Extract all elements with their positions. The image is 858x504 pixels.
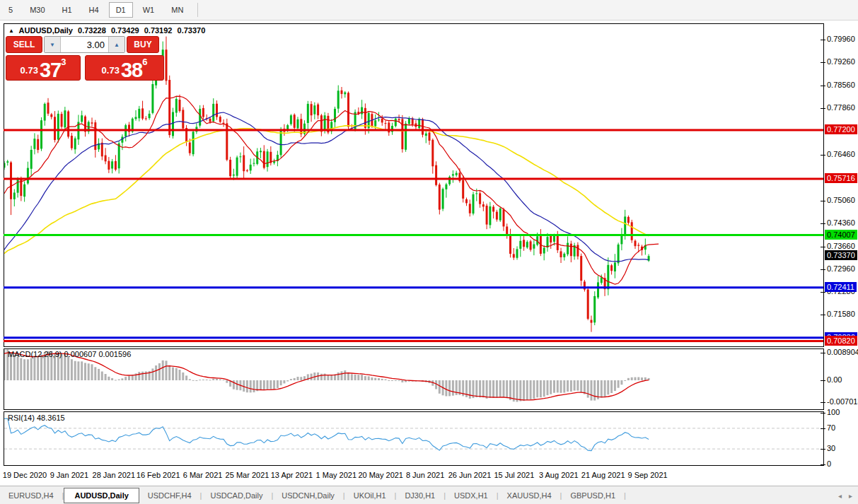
ohlc-high: 0.73429 <box>111 26 139 35</box>
tab-scroll-buttons: ◂ ▸ <box>838 492 852 500</box>
volume-decrease-button[interactable]: ▼ <box>45 37 61 52</box>
tab-usdchf-h4[interactable]: USDCHF,H4 <box>139 488 200 503</box>
toolbar-separator <box>197 3 198 17</box>
rsi-value: 48.3615 <box>37 414 65 422</box>
date-axis-label: 25 Mar 2021 <box>226 471 269 479</box>
tab-xauusd-h4[interactable]: XAUUSD,H4 <box>499 488 560 503</box>
chart-tab-bar: EURUSD,H4| AUDUSD,Daily USDCHF,H4| USDCA… <box>0 486 858 504</box>
axis-tick-label: 0.76460 <box>827 150 855 158</box>
chart-title: ▲ AUDUSD,Daily 0.73228 0.73429 0.73192 0… <box>8 26 208 35</box>
axis-tick-label: 30 <box>827 444 835 452</box>
axis-tick-label: 0.78560 <box>827 81 855 89</box>
axis-tick-label: 0.79260 <box>827 57 855 66</box>
hline-price-label: 0.77200 <box>825 124 857 134</box>
axis-tick-label: 0.75060 <box>827 196 855 204</box>
date-axis-label: 3 Aug 2021 <box>539 471 579 479</box>
chart-symbol: AUDUSD,Daily <box>19 26 73 35</box>
axis-tick-dash <box>821 201 825 201</box>
tab-eurusd-h4[interactable]: EURUSD,H4 <box>0 488 62 503</box>
timeframe-button-h1[interactable]: H1 <box>55 2 79 18</box>
sell-price-display[interactable]: 0.73 37 3 <box>6 55 81 81</box>
price-axis: 0.799600.792600.785600.778600.764600.750… <box>821 23 858 469</box>
macd-main-value: 0.000607 <box>64 350 96 358</box>
axis-tick-dash <box>821 269 825 270</box>
hline-price-label: 0.72411 <box>825 282 857 292</box>
volume-input[interactable]: 3.00 <box>61 37 108 52</box>
tab-scroll-right-icon[interactable]: ▸ <box>849 492 852 500</box>
volume-increase-button[interactable]: ▲ <box>108 37 124 52</box>
buy-price-pips: 38 <box>121 61 142 79</box>
axis-tick-dash <box>821 380 825 381</box>
tab-usdcad-daily[interactable]: USDCAD,Daily <box>202 488 271 503</box>
rsi-indicator-pane[interactable] <box>4 411 824 466</box>
hline-price-label: 0.70820 <box>825 336 857 346</box>
collapse-triangle-icon[interactable]: ▲ <box>8 28 14 34</box>
hline-price-label: 0.74007 <box>825 230 857 240</box>
timeframe-button-m30[interactable]: M30 <box>23 2 52 18</box>
buy-price-pipette: 6 <box>142 58 147 66</box>
date-axis: 19 Dec 20209 Jan 202128 Jan 202116 Feb 2… <box>0 466 858 486</box>
rsi-name: RSI(14) <box>8 414 35 422</box>
date-axis-label: 1 May 2021 <box>316 471 356 479</box>
sell-price-big-figure: 0.73 <box>21 62 38 79</box>
axis-tick-dash <box>821 155 825 156</box>
volume-stepper: ▼ 3.00 ▲ <box>44 36 125 53</box>
axis-tick-dash <box>821 353 825 353</box>
axis-tick-dash <box>821 315 825 315</box>
rsi-label: RSI(14) 48.3615 <box>8 414 65 422</box>
axis-tick-dash <box>821 464 825 465</box>
axis-tick-label: 0.72960 <box>827 264 855 273</box>
date-axis-label: 6 Mar 2021 <box>183 471 223 479</box>
sell-button[interactable]: SELL <box>6 36 42 53</box>
axis-tick-label: 70 <box>827 423 835 432</box>
hline-price-label: 0.75716 <box>825 173 857 183</box>
axis-tick-label: -0.007013 <box>827 397 858 406</box>
date-axis-label: 16 Feb 2021 <box>137 471 180 479</box>
axis-tick-dash <box>821 402 825 403</box>
date-axis-label: 20 May 2021 <box>358 471 403 479</box>
timeframe-button-mn[interactable]: MN <box>164 2 190 18</box>
date-axis-label: 9 Jan 2021 <box>50 471 88 479</box>
buy-price-big-figure: 0.73 <box>102 62 120 79</box>
current-price-label: 0.73370 <box>825 250 857 260</box>
tab-dj30-h1[interactable]: DJ30,H1 <box>396 488 444 503</box>
date-axis-label: 15 Jul 2021 <box>494 471 534 479</box>
timeframe-button-h4[interactable]: H4 <box>82 2 106 18</box>
date-axis-label: 26 Jun 2021 <box>448 471 492 479</box>
axis-tick-label: 0.00 <box>827 375 842 384</box>
axis-tick-dash <box>821 223 825 224</box>
tab-usdx-h1[interactable]: USDX,H1 <box>446 488 497 503</box>
ohlc-low: 0.73192 <box>144 26 173 35</box>
macd-name: MACD(12,26,9) <box>8 350 62 358</box>
timeframe-button-m5[interactable]: 5 <box>1 2 20 18</box>
axis-tick-label: 0 <box>827 459 831 468</box>
date-axis-label: 21 Aug 2021 <box>581 471 625 479</box>
axis-tick-label: 0.79960 <box>827 35 855 43</box>
tab-scroll-left-icon[interactable]: ◂ <box>838 492 842 500</box>
timeframe-button-d1[interactable]: D1 <box>109 2 133 18</box>
axis-tick-dash <box>821 40 825 40</box>
tab-usdcnh-daily[interactable]: USDCNH,Daily <box>273 488 343 503</box>
ohlc-open: 0.73228 <box>78 26 106 35</box>
axis-tick-label: 100 <box>827 408 840 416</box>
tab-ukoil-h1[interactable]: UKOil,H1 <box>345 488 395 503</box>
macd-signal-value: 0.001596 <box>98 350 131 358</box>
date-axis-label: 28 Jan 2021 <box>93 471 136 479</box>
timeframe-button-w1[interactable]: W1 <box>136 2 162 18</box>
tab-audusd-daily[interactable]: AUDUSD,Daily <box>64 488 139 503</box>
date-axis-label: 9 Sep 2021 <box>627 471 667 479</box>
tab-gbpusd-h1[interactable]: GBPUSD,H1 <box>562 488 624 503</box>
ohlc-close: 0.73370 <box>178 26 206 35</box>
axis-tick-dash <box>821 247 825 247</box>
sell-price-pips: 37 <box>40 61 61 79</box>
one-click-trading-panel: SELL ▼ 3.00 ▲ BUY 0.73 37 3 0.73 38 6 <box>6 36 164 81</box>
date-axis-label: 13 Apr 2021 <box>271 471 313 479</box>
buy-button[interactable]: BUY <box>127 36 159 53</box>
timeframe-toolbar: 5 M30 H1 H4 D1 W1 MN <box>0 0 858 20</box>
axis-tick-label: 0.77860 <box>827 103 855 112</box>
buy-price-display[interactable]: 0.73 38 6 <box>85 55 164 81</box>
axis-tick-dash <box>821 62 825 63</box>
sell-price-pipette: 3 <box>61 58 66 66</box>
axis-tick-dash <box>821 449 825 450</box>
axis-tick-dash <box>821 86 825 86</box>
